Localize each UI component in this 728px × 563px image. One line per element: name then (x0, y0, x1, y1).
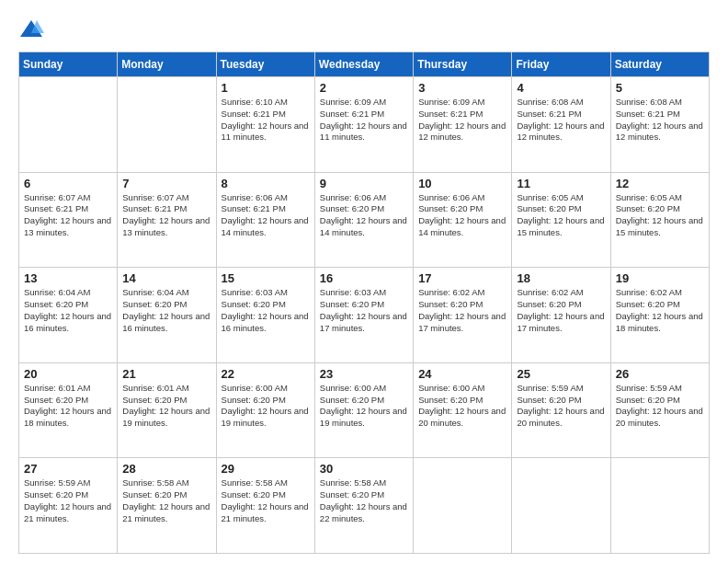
weekday-header-row: SundayMondayTuesdayWednesdayThursdayFrid… (19, 52, 710, 77)
weekday-header-friday: Friday (512, 52, 610, 77)
calendar-cell (414, 458, 512, 554)
day-number: 19 (616, 271, 704, 285)
day-info: Sunrise: 5:58 AM Sunset: 6:20 PM Dayligh… (122, 477, 210, 524)
calendar-cell: 25Sunrise: 5:59 AM Sunset: 6:20 PM Dayli… (512, 362, 610, 458)
calendar-cell: 14Sunrise: 6:04 AM Sunset: 6:20 PM Dayli… (118, 268, 216, 363)
calendar-cell: 6Sunrise: 6:07 AM Sunset: 6:21 PM Daylig… (19, 172, 118, 268)
calendar-cell: 4Sunrise: 6:08 AM Sunset: 6:21 PM Daylig… (512, 77, 610, 173)
day-number: 8 (222, 177, 310, 190)
day-number: 18 (517, 271, 605, 285)
day-info: Sunrise: 6:07 AM Sunset: 6:21 PM Dayligh… (122, 192, 210, 239)
day-number: 20 (24, 367, 112, 381)
day-number: 11 (517, 177, 605, 190)
day-number: 3 (418, 81, 506, 95)
weekday-header-thursday: Thursday (414, 52, 512, 77)
calendar-cell: 12Sunrise: 6:05 AM Sunset: 6:20 PM Dayli… (610, 172, 709, 268)
calendar-cell: 23Sunrise: 6:00 AM Sunset: 6:20 PM Dayli… (314, 362, 413, 458)
day-info: Sunrise: 6:05 AM Sunset: 6:20 PM Dayligh… (616, 192, 704, 239)
day-number: 30 (320, 462, 408, 476)
day-number: 4 (517, 81, 605, 95)
calendar-cell: 5Sunrise: 6:08 AM Sunset: 6:21 PM Daylig… (610, 77, 709, 173)
calendar-cell: 17Sunrise: 6:02 AM Sunset: 6:20 PM Dayli… (414, 268, 512, 363)
day-number: 29 (222, 462, 310, 476)
day-info: Sunrise: 6:04 AM Sunset: 6:20 PM Dayligh… (24, 287, 112, 334)
calendar-header: SundayMondayTuesdayWednesdayThursdayFrid… (19, 52, 710, 77)
day-info: Sunrise: 6:03 AM Sunset: 6:20 PM Dayligh… (320, 287, 408, 334)
weekday-header-wednesday: Wednesday (314, 52, 413, 77)
calendar-cell: 21Sunrise: 6:01 AM Sunset: 6:20 PM Dayli… (118, 362, 216, 458)
day-number: 16 (320, 271, 408, 285)
calendar-cell: 10Sunrise: 6:06 AM Sunset: 6:20 PM Dayli… (414, 172, 512, 268)
day-info: Sunrise: 6:03 AM Sunset: 6:20 PM Dayligh… (222, 287, 310, 334)
calendar-cell: 30Sunrise: 5:58 AM Sunset: 6:20 PM Dayli… (314, 458, 413, 554)
calendar-cell: 3Sunrise: 6:09 AM Sunset: 6:21 PM Daylig… (414, 77, 512, 173)
calendar-cell: 13Sunrise: 6:04 AM Sunset: 6:20 PM Dayli… (19, 268, 118, 363)
calendar-cell: 20Sunrise: 6:01 AM Sunset: 6:20 PM Dayli… (19, 362, 118, 458)
day-number: 1 (222, 81, 310, 95)
day-info: Sunrise: 6:00 AM Sunset: 6:20 PM Dayligh… (418, 383, 506, 430)
day-number: 7 (122, 177, 210, 190)
calendar-cell: 2Sunrise: 6:09 AM Sunset: 6:21 PM Daylig… (314, 77, 413, 173)
day-info: Sunrise: 6:00 AM Sunset: 6:20 PM Dayligh… (222, 383, 310, 430)
day-number: 23 (320, 367, 408, 381)
calendar-week-row: 6Sunrise: 6:07 AM Sunset: 6:21 PM Daylig… (19, 172, 710, 268)
day-number: 24 (418, 367, 506, 381)
weekday-header-tuesday: Tuesday (216, 52, 314, 77)
day-info: Sunrise: 6:04 AM Sunset: 6:20 PM Dayligh… (122, 287, 210, 334)
calendar-week-row: 13Sunrise: 6:04 AM Sunset: 6:20 PM Dayli… (19, 268, 710, 363)
calendar-week-row: 1Sunrise: 6:10 AM Sunset: 6:21 PM Daylig… (19, 77, 710, 173)
day-info: Sunrise: 5:59 AM Sunset: 6:20 PM Dayligh… (616, 383, 704, 430)
day-info: Sunrise: 6:09 AM Sunset: 6:21 PM Dayligh… (418, 97, 506, 144)
day-info: Sunrise: 6:00 AM Sunset: 6:20 PM Dayligh… (320, 383, 408, 430)
day-info: Sunrise: 5:58 AM Sunset: 6:20 PM Dayligh… (320, 477, 408, 524)
day-number: 28 (122, 462, 210, 476)
day-number: 15 (222, 271, 310, 285)
day-number: 26 (616, 367, 704, 381)
day-number: 10 (418, 177, 506, 190)
calendar-cell: 22Sunrise: 6:00 AM Sunset: 6:20 PM Dayli… (216, 362, 314, 458)
day-info: Sunrise: 6:08 AM Sunset: 6:21 PM Dayligh… (517, 97, 605, 144)
calendar-cell: 16Sunrise: 6:03 AM Sunset: 6:20 PM Dayli… (314, 268, 413, 363)
header (18, 17, 710, 42)
day-number: 14 (122, 271, 210, 285)
calendar-cell: 29Sunrise: 5:58 AM Sunset: 6:20 PM Dayli… (216, 458, 314, 554)
calendar-cell (610, 458, 709, 554)
day-info: Sunrise: 5:58 AM Sunset: 6:20 PM Dayligh… (222, 477, 310, 524)
calendar-cell (19, 77, 118, 173)
day-number: 5 (616, 81, 704, 95)
day-number: 21 (122, 367, 210, 381)
calendar-body: 1Sunrise: 6:10 AM Sunset: 6:21 PM Daylig… (19, 77, 710, 554)
calendar-cell: 28Sunrise: 5:58 AM Sunset: 6:20 PM Dayli… (118, 458, 216, 554)
day-number: 27 (24, 462, 112, 476)
weekday-header-sunday: Sunday (19, 52, 118, 77)
calendar-cell: 24Sunrise: 6:00 AM Sunset: 6:20 PM Dayli… (414, 362, 512, 458)
day-number: 22 (222, 367, 310, 381)
day-info: Sunrise: 5:59 AM Sunset: 6:20 PM Dayligh… (517, 383, 605, 430)
calendar-cell: 19Sunrise: 6:02 AM Sunset: 6:20 PM Dayli… (610, 268, 709, 363)
day-info: Sunrise: 6:06 AM Sunset: 6:21 PM Dayligh… (222, 192, 310, 239)
calendar-cell: 18Sunrise: 6:02 AM Sunset: 6:20 PM Dayli… (512, 268, 610, 363)
day-info: Sunrise: 6:10 AM Sunset: 6:21 PM Dayligh… (222, 97, 310, 144)
calendar-table: SundayMondayTuesdayWednesdayThursdayFrid… (18, 52, 710, 554)
day-info: Sunrise: 6:02 AM Sunset: 6:20 PM Dayligh… (616, 287, 704, 334)
day-info: Sunrise: 6:06 AM Sunset: 6:20 PM Dayligh… (320, 192, 408, 239)
calendar-cell: 27Sunrise: 5:59 AM Sunset: 6:20 PM Dayli… (19, 458, 118, 554)
day-number: 2 (320, 81, 408, 95)
day-number: 6 (24, 177, 112, 190)
calendar-week-row: 27Sunrise: 5:59 AM Sunset: 6:20 PM Dayli… (19, 458, 710, 554)
day-info: Sunrise: 6:01 AM Sunset: 6:20 PM Dayligh… (24, 383, 112, 430)
calendar-cell: 26Sunrise: 5:59 AM Sunset: 6:20 PM Dayli… (610, 362, 709, 458)
calendar-week-row: 20Sunrise: 6:01 AM Sunset: 6:20 PM Dayli… (19, 362, 710, 458)
calendar-cell: 8Sunrise: 6:06 AM Sunset: 6:21 PM Daylig… (216, 172, 314, 268)
calendar-cell: 11Sunrise: 6:05 AM Sunset: 6:20 PM Dayli… (512, 172, 610, 268)
day-info: Sunrise: 6:06 AM Sunset: 6:20 PM Dayligh… (418, 192, 506, 239)
calendar-cell: 9Sunrise: 6:06 AM Sunset: 6:20 PM Daylig… (314, 172, 413, 268)
day-number: 17 (418, 271, 506, 285)
day-info: Sunrise: 6:07 AM Sunset: 6:21 PM Dayligh… (24, 192, 112, 239)
logo (18, 17, 46, 42)
weekday-header-saturday: Saturday (610, 52, 709, 77)
day-info: Sunrise: 6:02 AM Sunset: 6:20 PM Dayligh… (517, 287, 605, 334)
day-number: 25 (517, 367, 605, 381)
day-info: Sunrise: 6:08 AM Sunset: 6:21 PM Dayligh… (616, 97, 704, 144)
weekday-header-monday: Monday (118, 52, 216, 77)
